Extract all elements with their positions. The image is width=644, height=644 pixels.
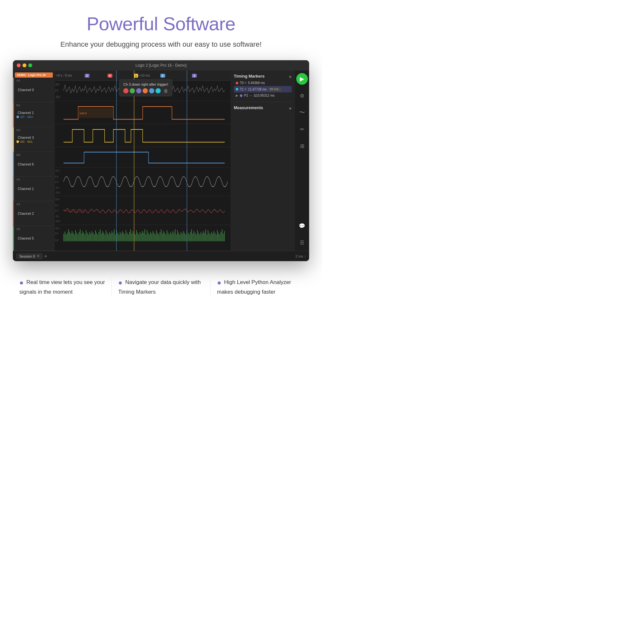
bullet-navigate: ● bbox=[118, 279, 122, 287]
marker-red[interactable] bbox=[123, 88, 128, 93]
svg-rect-59 bbox=[112, 231, 112, 241]
tooltip-markers: 🗑 bbox=[123, 88, 168, 93]
svg-rect-88 bbox=[146, 234, 146, 241]
svg-rect-20 bbox=[66, 234, 67, 241]
timing-value-t0: 5.84368 ms bbox=[248, 81, 265, 85]
timing-entry-t0: T0 = 5.84368 ms bbox=[234, 80, 292, 86]
svg-rect-110 bbox=[171, 233, 172, 241]
svg-rect-27 bbox=[74, 234, 75, 241]
window-controls bbox=[17, 63, 32, 67]
svg-rect-85 bbox=[142, 231, 143, 241]
arrow-p2[interactable]: ▶ bbox=[236, 94, 238, 97]
svg-rect-67 bbox=[121, 233, 122, 241]
svg-rect-89 bbox=[147, 230, 147, 241]
svg-rect-141 bbox=[208, 230, 208, 241]
svg-rect-144 bbox=[211, 232, 212, 241]
timing-tag-t1: Ch 3 d... bbox=[268, 87, 282, 91]
svg-rect-94 bbox=[153, 231, 153, 241]
svg-rect-148 bbox=[216, 234, 217, 241]
svg-rect-42 bbox=[92, 231, 92, 241]
svg-rect-73 bbox=[128, 234, 129, 241]
svg-rect-61 bbox=[114, 229, 115, 241]
marker-blue[interactable] bbox=[149, 88, 154, 93]
svg-rect-135 bbox=[201, 232, 201, 241]
feature-realtime-text: ● Real time view lets you see your signa… bbox=[19, 277, 105, 296]
title-bar: Logic 2 [Logic Pro 16 - Demo] bbox=[13, 60, 309, 71]
svg-rect-132 bbox=[197, 230, 198, 241]
new-tab-button[interactable]: + bbox=[44, 253, 47, 259]
feature-navigate-label: Navigate your data quickly with Timing M… bbox=[118, 279, 201, 295]
svg-rect-101 bbox=[161, 229, 161, 241]
svg-rect-82 bbox=[138, 234, 139, 241]
trash-icon[interactable]: 🗑 bbox=[164, 88, 168, 93]
grid-icon[interactable]: ⊞ bbox=[296, 140, 308, 152]
svg-rect-127 bbox=[191, 229, 192, 241]
timing-id-t1: T1 = bbox=[240, 88, 246, 91]
maximize-dot[interactable] bbox=[28, 63, 32, 67]
channel-row-a2: A2 Channel 2 bbox=[13, 201, 55, 226]
marker-orange[interactable] bbox=[143, 88, 148, 93]
svg-rect-40 bbox=[89, 232, 90, 241]
marker-teal[interactable] bbox=[156, 88, 161, 93]
svg-rect-125 bbox=[189, 234, 190, 241]
svg-rect-70 bbox=[125, 234, 125, 241]
svg-rect-116 bbox=[178, 232, 179, 241]
minimize-dot[interactable] bbox=[23, 63, 26, 67]
svg-rect-96 bbox=[155, 234, 156, 241]
play-button[interactable]: ▶ bbox=[296, 73, 308, 85]
svg-text:-10 V: -10 V bbox=[55, 220, 61, 223]
svg-rect-106 bbox=[167, 230, 167, 241]
svg-rect-65 bbox=[118, 234, 119, 241]
svg-rect-36 bbox=[85, 234, 85, 241]
chat-icon[interactable]: 💬 bbox=[296, 220, 308, 232]
waveform-ch6 bbox=[55, 147, 231, 167]
measurements-header: Measurements + bbox=[234, 105, 292, 111]
svg-text:10 V: 10 V bbox=[55, 83, 60, 87]
svg-rect-99 bbox=[158, 234, 159, 241]
channel-id-a2: A2 bbox=[16, 203, 20, 206]
close-dot[interactable] bbox=[17, 63, 21, 67]
svg-rect-46 bbox=[96, 232, 97, 241]
marker-purple[interactable] bbox=[136, 88, 141, 93]
svg-rect-107 bbox=[168, 232, 168, 241]
svg-rect-137 bbox=[203, 231, 204, 241]
svg-rect-98 bbox=[157, 232, 158, 241]
add-measurement-button[interactable]: + bbox=[289, 106, 292, 111]
svg-rect-155 bbox=[224, 231, 225, 241]
timing-markers-title: Timing Markers bbox=[234, 74, 265, 79]
channel-id-d6: D6 bbox=[16, 153, 20, 156]
svg-rect-112 bbox=[174, 232, 174, 241]
svg-rect-76 bbox=[131, 233, 132, 241]
channel-row-a0: A0 Channel 0 bbox=[13, 78, 55, 102]
svg-rect-51 bbox=[102, 231, 103, 241]
svg-rect-68 bbox=[122, 231, 123, 241]
channel-row-d1: D1 Channel 1 I2C · SDA bbox=[13, 102, 55, 127]
channel-sidebar: DEMO · Logic Pro 16 A0 Channel 0 D1 Chan… bbox=[13, 71, 55, 251]
tab-session0[interactable]: Session 0 ✕ bbox=[16, 253, 43, 259]
svg-rect-33 bbox=[81, 233, 82, 241]
channel-id-a0: A0 bbox=[16, 79, 20, 82]
settings-icon[interactable]: ⚙ bbox=[296, 90, 308, 101]
svg-rect-69 bbox=[123, 232, 124, 241]
timing-dot-p2 bbox=[240, 94, 242, 97]
tab-close-button[interactable]: ✕ bbox=[37, 254, 40, 258]
svg-rect-143 bbox=[210, 234, 211, 241]
menu-icon[interactable]: ☰ bbox=[296, 237, 308, 248]
svg-text:10 V: 10 V bbox=[55, 169, 60, 172]
marker-badge-0: 0 bbox=[108, 74, 112, 78]
feature-python: ● High Level Python Analyzer makes debug… bbox=[211, 277, 309, 296]
pencil-icon[interactable]: ✏ bbox=[296, 123, 308, 135]
marker-green[interactable] bbox=[130, 88, 135, 93]
wave-icon[interactable]: 〜 bbox=[296, 107, 308, 118]
channel-protocol-d1: I2C · SDA bbox=[16, 115, 52, 118]
svg-rect-24 bbox=[71, 233, 71, 241]
svg-rect-60 bbox=[113, 232, 113, 241]
marker-badge-1: 1 bbox=[160, 74, 165, 78]
window-title: Logic 2 [Logic Pro 16 - Demo] bbox=[136, 63, 187, 68]
channel-row-d3: D3 Channel 3 I2C · SCL bbox=[13, 127, 55, 152]
svg-rect-49 bbox=[100, 229, 100, 241]
feature-navigate: ● Navigate your data quickly with Timing… bbox=[112, 277, 211, 296]
svg-rect-64 bbox=[118, 232, 118, 241]
svg-rect-136 bbox=[202, 233, 203, 241]
add-timing-marker-button[interactable]: + bbox=[289, 74, 292, 80]
